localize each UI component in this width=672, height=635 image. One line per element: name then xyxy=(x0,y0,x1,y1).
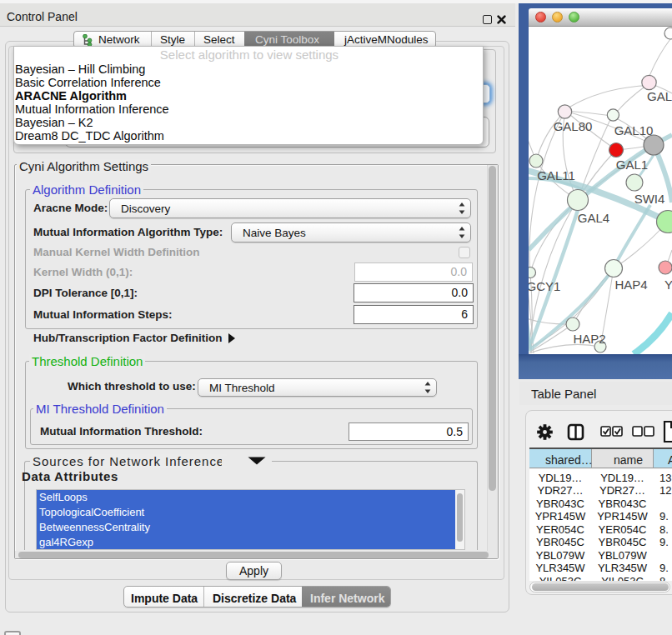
svg-text:GCY1: GCY1 xyxy=(529,279,560,293)
svg-text:GAL4: GAL4 xyxy=(578,211,609,225)
svg-text:GAL10: GAL10 xyxy=(614,123,654,138)
svg-text:YJ: YJ xyxy=(664,278,672,292)
svg-text:HAP4: HAP4 xyxy=(614,278,647,292)
svg-text:GAL80: GAL80 xyxy=(554,119,593,133)
svg-text:GAL7: GAL7 xyxy=(647,89,672,103)
svg-text:GAL1: GAL1 xyxy=(616,158,648,172)
svg-text:HAP2: HAP2 xyxy=(573,332,605,346)
svg-text:GAL11: GAL11 xyxy=(537,168,575,182)
svg-text:SWI4: SWI4 xyxy=(634,192,665,206)
